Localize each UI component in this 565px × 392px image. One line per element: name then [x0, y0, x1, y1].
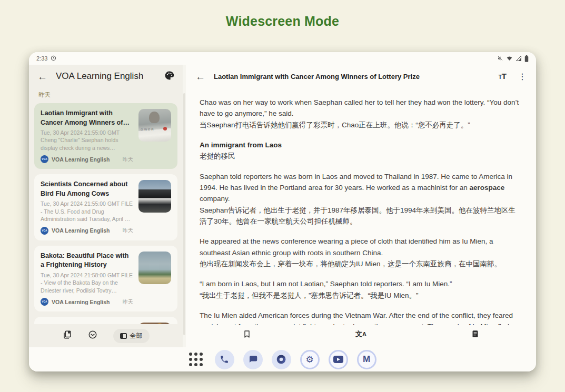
article-card-snippet: Tue, 30 Apr 2024 21:58:00 GMT FILE - Vie…: [41, 272, 133, 294]
bookmark-icon[interactable]: [243, 329, 251, 341]
page-title: Widescreen Mode: [0, 0, 565, 29]
app-drawer-icon[interactable]: [189, 353, 203, 366]
messages-app-icon[interactable]: [243, 350, 263, 369]
reader-toolbar: 文A: [186, 325, 536, 347]
taskbar-dock: ⚙ M: [29, 347, 536, 371]
paragraph-zh: 当Saephan打电话告诉她他们赢得了彩票时，Chao正在上班。他说：“您不必再…: [200, 119, 521, 130]
reader-pane: ← Laotian Immigrant with Cancer Among Wi…: [186, 65, 536, 347]
gmail-app-icon[interactable]: M: [357, 350, 376, 369]
status-bar: 2:33: [29, 52, 536, 65]
article-card[interactable]: Scientists Concerned about Bird Flu Amon…: [34, 174, 177, 240]
article-card-title: Bakota: Beautiful Place with a Frighteni…: [41, 252, 133, 270]
article-card-title: Scientists Concerned about Bird Flu Amon…: [41, 180, 133, 198]
device-frame: 2:33 ← VOA Learning English: [29, 52, 536, 371]
article-card-title: Language Is "What Makes Us Human" in New…: [41, 323, 133, 324]
status-time: 2:33: [36, 55, 47, 62]
article-body: Chao was on her way to work when Saephan…: [186, 88, 536, 325]
paragraph: Saephan told reporters he was born in La…: [200, 171, 521, 227]
article-card[interactable]: Language Is "What Makes Us Human" in New…: [34, 317, 177, 324]
article-card-list: Laotian Immigrant with Cancer Among Winn…: [29, 103, 183, 324]
list-bottom-bar: 全部: [29, 324, 183, 347]
date-section-label: 昨天: [29, 88, 183, 103]
article-list-pane: ← VOA Learning English 昨天 Laotian Immigr…: [29, 65, 183, 347]
battery-icon: [524, 55, 529, 62]
heading-zh: 老挝的移民: [200, 150, 521, 162]
voa-logo: VOA: [41, 298, 48, 306]
article-card-snippet: Tue, 30 Apr 2024 21:55:00 GMT Cheng "Cha…: [41, 129, 133, 152]
clock-icon: [51, 55, 56, 62]
chrome-app-icon[interactable]: [272, 350, 291, 369]
wifi-icon: [506, 55, 513, 62]
section-heading: An immigrant from Laos 老挝的移民: [200, 139, 521, 162]
voa-logo: VOA: [41, 155, 48, 163]
article-thumbnail: [138, 180, 171, 213]
paragraph: He appeared at the news conference weari…: [200, 236, 521, 269]
mute-icon: [497, 55, 503, 62]
youtube-app-icon[interactable]: [329, 350, 348, 369]
text-size-icon[interactable]: TT: [499, 72, 507, 81]
article-source: VOA Learning English: [52, 227, 120, 234]
paragraph-en: The Iu Mien aided American forces during…: [200, 310, 521, 325]
article-thumbnail: OWER: [138, 109, 171, 142]
paragraph-en: “I am born in Laos, but I am not Laotian…: [200, 278, 521, 289]
article-card[interactable]: Bakota: Beautiful Place with a Frighteni…: [34, 246, 177, 311]
article-view-icon[interactable]: [471, 329, 479, 340]
back-icon[interactable]: ←: [195, 72, 205, 82]
theme-palette-icon[interactable]: [164, 71, 174, 83]
heading-en: An immigrant from Laos: [200, 139, 521, 150]
paragraph-en: He appeared at the news conference weari…: [200, 236, 521, 258]
reader-title: Laotian Immigrant with Cancer Among Winn…: [214, 73, 490, 81]
article-time: 昨天: [123, 298, 133, 306]
paragraph: The Iu Mien aided American forces during…: [200, 310, 521, 325]
vocabulary-word[interactable]: aerospace: [470, 184, 505, 192]
cell-signal-icon: [516, 55, 522, 62]
translate-icon[interactable]: 文A: [355, 329, 366, 339]
article-card-snippet: Tue, 30 Apr 2024 21:55:00 GMT FILE - The…: [41, 200, 133, 223]
voa-logo: VOA: [41, 227, 48, 235]
article-source: VOA Learning English: [52, 299, 120, 305]
paragraph-zh: “我出生于老挝，但我不是老挝人，”塞弗恩告诉记者。“我是IU Mien。”: [200, 290, 521, 301]
article-thumbnail: [138, 323, 171, 324]
feed-filter-icon: [120, 333, 127, 339]
article-card[interactable]: Laotian Immigrant with Cancer Among Winn…: [34, 103, 177, 169]
youtube-play-icon: [333, 356, 343, 363]
phone-app-icon[interactable]: [215, 350, 234, 369]
paragraph-en: Saephan told reporters he was born in La…: [200, 171, 521, 205]
article-source: VOA Learning English: [52, 156, 120, 163]
paragraph-zh: 他出现在新闻发布会上，穿着一块布，将他确定为IU Mien，这是一个东南亚族裔，…: [200, 258, 521, 269]
mail-icon[interactable]: [88, 330, 97, 341]
article-time: 昨天: [123, 156, 133, 163]
feed-title: VOA Learning English: [56, 71, 156, 82]
overflow-menu-icon[interactable]: ⋮: [518, 72, 527, 82]
back-icon[interactable]: ←: [37, 72, 47, 82]
paragraph-zh: Saephan告诉记者，他出生于老挝，并于1987年移居泰国。他于1994年来到…: [200, 205, 521, 227]
paragraph-en: Chao was on her way to work when Saephan…: [200, 97, 521, 119]
settings-app-icon[interactable]: ⚙: [300, 350, 320, 369]
article-time: 昨天: [123, 227, 133, 234]
saved-pages-icon[interactable]: [63, 330, 72, 341]
filter-all-label: 全部: [130, 331, 143, 340]
article-card-title: Laotian Immigrant with Cancer Among Winn…: [41, 109, 133, 127]
paragraph: “I am born in Laos, but I am not Laotian…: [200, 278, 521, 301]
filter-all-chip[interactable]: 全部: [113, 329, 150, 343]
article-thumbnail: [138, 252, 171, 284]
paragraph: Chao was on her way to work when Saephan…: [200, 97, 521, 130]
